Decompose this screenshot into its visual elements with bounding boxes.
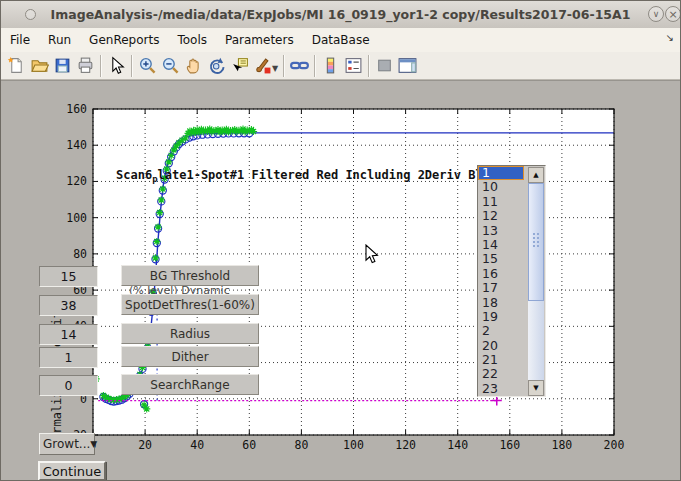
spot-number-listbox[interactable]: 110111213141516171819220212223 ▲ ▼ bbox=[477, 165, 546, 397]
param-value-field-searchrange[interactable]: 0 bbox=[39, 375, 98, 396]
brush-dropdown-icon[interactable]: ▼ bbox=[272, 64, 278, 73]
pan-icon[interactable] bbox=[182, 54, 205, 78]
continue-button[interactable]: Continue bbox=[38, 461, 106, 481]
scroll-up-icon[interactable]: ▲ bbox=[528, 167, 544, 183]
colorbar-icon[interactable] bbox=[319, 54, 342, 78]
svg-text:80: 80 bbox=[73, 247, 87, 261]
save-figure-icon[interactable] bbox=[51, 54, 74, 78]
toolbar-separator bbox=[314, 55, 316, 77]
zoom-in-icon[interactable] bbox=[136, 54, 159, 78]
scrollbar-grip bbox=[532, 232, 541, 248]
svg-text:140: 140 bbox=[447, 438, 468, 452]
open-file-icon[interactable] bbox=[28, 54, 51, 78]
scrollbar-thumb[interactable] bbox=[528, 183, 544, 301]
scroll-down-icon[interactable]: ▼ bbox=[528, 380, 544, 396]
param-value-field-bg-threshold[interactable]: 15 bbox=[39, 266, 98, 287]
title-bar[interactable]: ImageAnalysis-/media/data/ExpJobs/MI 16_… bbox=[1, 1, 680, 29]
param-button-radius[interactable]: Radius bbox=[121, 323, 259, 344]
param-value-field-dither[interactable]: 1 bbox=[39, 347, 98, 368]
listbox-item-1[interactable]: 1 bbox=[478, 166, 524, 180]
svg-text:120: 120 bbox=[66, 174, 87, 188]
app-window: ImageAnalysis-/media/data/ExpJobs/MI 16_… bbox=[0, 0, 681, 481]
menu-parameters[interactable]: Parameters bbox=[216, 30, 303, 50]
param-button-spotdetthres-1-60-[interactable]: SpotDetThres(1-60%) bbox=[121, 294, 259, 315]
legend-icon[interactable] bbox=[342, 54, 365, 78]
svg-text:100: 100 bbox=[343, 438, 364, 452]
svg-text:160: 160 bbox=[66, 102, 87, 116]
svg-text:160: 160 bbox=[499, 438, 520, 452]
menu-file[interactable]: File bbox=[1, 30, 39, 50]
rotate-3d-icon[interactable] bbox=[205, 54, 228, 78]
menu-overflow-arrow-icon[interactable]: ↘ bbox=[666, 32, 674, 43]
hide-plot-tools-icon[interactable] bbox=[373, 54, 396, 78]
menu-database[interactable]: DataBase bbox=[303, 30, 379, 50]
menu-genreports[interactable]: GenReports bbox=[80, 30, 168, 50]
listbox-scrollbar[interactable]: ▲ ▼ bbox=[528, 167, 544, 396]
menu-bar: FileRunGenReportsToolsParametersDataBase… bbox=[1, 28, 680, 53]
plot-title: Scan6plate1-Spot#1 Filtered Red Includin… bbox=[116, 168, 483, 184]
svg-text:140: 140 bbox=[66, 138, 87, 152]
print-icon[interactable] bbox=[74, 54, 97, 78]
svg-text:80: 80 bbox=[294, 438, 308, 452]
param-button-searchrange[interactable]: SearchRange bbox=[121, 374, 259, 395]
zoom-out-icon[interactable] bbox=[159, 54, 182, 78]
figure-canvas: 020406080100120140160180200-200204060801… bbox=[1, 80, 681, 481]
svg-text:40: 40 bbox=[190, 438, 204, 452]
window-menu-icon[interactable] bbox=[25, 9, 36, 20]
toolbar-separator bbox=[131, 55, 133, 77]
param-button-dither[interactable]: Dither bbox=[121, 346, 259, 367]
toolbar-separator bbox=[100, 55, 102, 77]
growth-dropdown[interactable]: Growt... ▼ bbox=[39, 433, 95, 455]
toolbar: ▼ bbox=[1, 52, 680, 80]
window-close-button[interactable]: × bbox=[665, 6, 681, 22]
svg-text:120: 120 bbox=[395, 438, 416, 452]
new-figure-icon[interactable] bbox=[5, 54, 28, 78]
param-value-field-radius[interactable]: 14 bbox=[39, 324, 98, 345]
svg-text:200: 200 bbox=[604, 438, 625, 452]
svg-text:100: 100 bbox=[66, 211, 87, 225]
show-plot-tools-icon[interactable] bbox=[396, 54, 419, 78]
growth-curve-plot: 020406080100120140160180200-200204060801… bbox=[1, 81, 681, 481]
param-button-bg-threshold[interactable]: BG Threshold bbox=[121, 265, 259, 286]
window-title: ImageAnalysis-/media/data/ExpJobs/MI 16_… bbox=[51, 7, 631, 22]
param-value-field-spotdetthres-1-60-[interactable]: 38 bbox=[39, 295, 98, 316]
menu-run[interactable]: Run bbox=[39, 30, 80, 50]
window-shade-button[interactable]: ∨ bbox=[648, 6, 664, 22]
edit-arrow-icon[interactable] bbox=[105, 54, 128, 78]
toolbar-separator bbox=[283, 55, 285, 77]
svg-text:20: 20 bbox=[138, 438, 152, 452]
svg-text:180: 180 bbox=[552, 438, 573, 452]
toolbar-separator bbox=[368, 55, 370, 77]
mouse-cursor bbox=[365, 244, 379, 265]
data-cursor-icon[interactable] bbox=[228, 54, 251, 78]
link-plots-icon[interactable] bbox=[288, 54, 311, 78]
svg-text:60: 60 bbox=[242, 438, 256, 452]
brush-icon[interactable] bbox=[251, 54, 274, 78]
menu-tools[interactable]: Tools bbox=[168, 30, 216, 50]
chevron-down-icon: ▼ bbox=[90, 439, 97, 449]
